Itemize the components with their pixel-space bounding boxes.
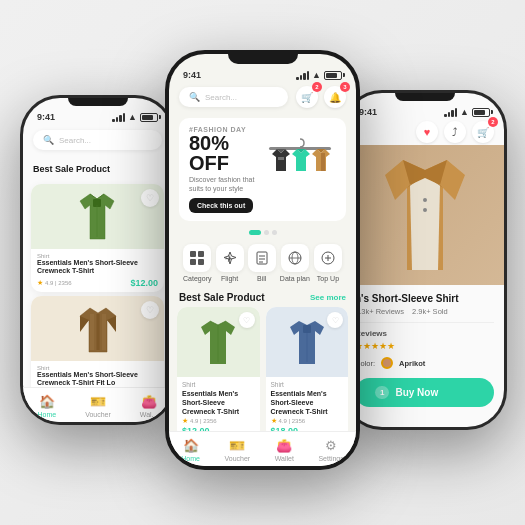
- left-product-card-1[interactable]: ♡ Shirt Essentials Men's Short-Sleeve Cr…: [31, 184, 164, 292]
- right-color-value: Aprikot: [399, 359, 425, 368]
- flight-icon: ✈: [216, 244, 244, 272]
- center-banner-dots: [169, 227, 356, 238]
- dot-2: [264, 230, 269, 235]
- topup-icon: [314, 244, 342, 272]
- left-home-icon: 🏠: [39, 394, 55, 409]
- right-qty-badge: 1: [375, 386, 389, 399]
- center-phone: 9:41 ▲ 🔍 Search... 🛒 2: [165, 50, 360, 470]
- center-banner-cta[interactable]: Check this out: [189, 198, 253, 213]
- center-settings-icon: ⚙: [325, 438, 337, 453]
- left-product-info-1: Shirt Essentials Men's Short-Sleeve Crew…: [31, 249, 164, 292]
- center-notif-icon-wrap[interactable]: 🔔 3: [324, 86, 346, 108]
- cat-bill[interactable]: Bill: [248, 244, 276, 282]
- left-wifi-icon: ▲: [128, 112, 137, 122]
- left-search-input[interactable]: Search...: [59, 136, 91, 145]
- left-search-bar[interactable]: 🔍 Search...: [33, 130, 162, 150]
- dot-3: [272, 230, 277, 235]
- center-nav-wallet[interactable]: 👛 Wallet: [275, 438, 294, 462]
- center-banner-subtitle: Discover fashion that suits to your styl…: [189, 175, 264, 193]
- jacket-svg: [365, 150, 485, 280]
- right-battery: [472, 108, 490, 117]
- left-nav-home[interactable]: 🏠 Home: [37, 394, 56, 418]
- center-section-header: Best Sale Product See more: [169, 288, 356, 307]
- right-color-swatch[interactable]: [381, 357, 393, 369]
- right-review-stars: ★★★★★: [355, 341, 494, 351]
- center-cart-icon: 🛒: [301, 92, 313, 103]
- center-search-bar[interactable]: 🔍 Search...: [179, 87, 288, 107]
- right-cart-badge: 2: [488, 117, 498, 127]
- bill-icon: [248, 244, 276, 272]
- left-heart-btn-1[interactable]: ♡: [141, 189, 159, 207]
- center-nav-settings[interactable]: ⚙ Settings: [318, 438, 343, 462]
- right-wifi-icon: ▲: [460, 107, 469, 117]
- center-cart-icon-wrap[interactable]: 🛒 2: [296, 86, 318, 108]
- center-banner-discount: 80% OFF: [189, 133, 264, 173]
- right-color-row: Color: Aprikot: [355, 357, 494, 369]
- left-product-img-1: [75, 189, 120, 244]
- center-categories: Category ✈ Flight Bill Data plan: [171, 238, 354, 288]
- cat-category[interactable]: Category: [183, 244, 211, 282]
- cat-flight[interactable]: ✈ Flight: [216, 244, 244, 282]
- svg-rect-11: [198, 259, 204, 265]
- right-share-icon-wrap[interactable]: ⤴: [444, 121, 466, 143]
- right-product-image: [345, 145, 504, 285]
- center-header-icons: 🛒 2 🔔 3: [296, 86, 346, 108]
- center-banner: #FASHION DAY 80% OFF Discover fashion th…: [179, 118, 346, 221]
- right-reviews: 2.3k+ Reviews: [355, 307, 404, 316]
- left-wallet-icon: 👛: [141, 394, 157, 409]
- right-buy-button[interactable]: 1 Buy Now: [355, 378, 494, 407]
- right-time: 9:41: [359, 107, 377, 117]
- center-product-1[interactable]: ♡ Shirt Essentials Men's Short-Sleeve Cr…: [177, 307, 260, 440]
- center-signal: [296, 71, 309, 80]
- center-header: 🔍 Search... 🛒 2 🔔 3: [169, 82, 356, 112]
- left-nav-wallet[interactable]: 👛 Wal...: [140, 394, 158, 418]
- right-reviews-label: Reviews: [355, 329, 494, 338]
- center-prod-img-2: [285, 316, 329, 368]
- right-phone: 9:41 ▲ ♥ ⤴ 🛒 2: [342, 90, 507, 430]
- right-header: ♥ ⤴ 🛒 2: [345, 119, 504, 145]
- center-voucher-icon: 🎫: [229, 438, 245, 453]
- center-nav-voucher[interactable]: 🎫 Voucher: [224, 438, 250, 462]
- center-star-1: ★: [182, 417, 188, 425]
- right-sold: 2.9k+ Sold: [412, 307, 448, 316]
- center-notif-badge: 3: [340, 82, 350, 92]
- center-wifi-icon: ▲: [312, 70, 321, 80]
- right-cart-icon-wrap[interactable]: 🛒 2: [472, 121, 494, 143]
- left-section-title: Best Sale Product: [23, 156, 172, 180]
- right-buy-section: 1 Buy Now: [345, 378, 504, 407]
- clothes-rack-svg: [264, 135, 336, 203]
- center-star-2: ★: [271, 417, 277, 425]
- center-heart-1[interactable]: ♡: [239, 312, 255, 328]
- svg-point-27: [423, 198, 427, 202]
- left-battery: [140, 113, 158, 122]
- left-search-icon: 🔍: [43, 135, 54, 145]
- right-product-name: n's Short-Sleeve Shirt: [355, 293, 494, 304]
- center-status-bar: 9:41 ▲: [169, 64, 356, 82]
- center-banner-image: [264, 133, 336, 205]
- right-product-info: n's Short-Sleeve Shirt 2.3k+ Reviews 2.9…: [345, 285, 504, 378]
- svg-rect-6: [278, 157, 284, 160]
- cat-topup[interactable]: Top Up: [314, 244, 342, 282]
- center-prod-img-1: [196, 316, 240, 368]
- center-heart-2[interactable]: ♡: [327, 312, 343, 328]
- dot-1: [249, 230, 261, 235]
- left-phone: 9:41 ▲ 🔍 Search... Best Sale Product: [20, 95, 175, 425]
- left-heart-btn-2[interactable]: ♡: [141, 301, 159, 319]
- cat-dataplan[interactable]: Data plan: [280, 244, 310, 282]
- svg-rect-9: [198, 251, 204, 257]
- center-see-more[interactable]: See more: [310, 293, 346, 302]
- center-home-icon: 🏠: [183, 438, 199, 453]
- svg-point-28: [423, 208, 427, 212]
- center-wallet-icon: 👛: [276, 438, 292, 453]
- left-nav-voucher[interactable]: 🎫 Voucher: [85, 394, 111, 418]
- right-heart-icon-wrap[interactable]: ♥: [416, 121, 438, 143]
- center-search-icon: 🔍: [189, 92, 200, 102]
- center-battery: [324, 71, 342, 80]
- right-heart-icon: ♥: [424, 126, 431, 138]
- right-status-bar: 9:41 ▲: [345, 101, 504, 119]
- center-product-2[interactable]: ♡ Shirt Essentials Men's Short-Sleeve Cr…: [266, 307, 349, 440]
- center-nav-home[interactable]: 🏠 Home: [181, 438, 200, 462]
- left-bottom-nav: 🏠 Home 🎫 Voucher 👛 Wal...: [23, 387, 172, 422]
- right-signal: [444, 108, 457, 117]
- center-bell-icon: 🔔: [329, 92, 341, 103]
